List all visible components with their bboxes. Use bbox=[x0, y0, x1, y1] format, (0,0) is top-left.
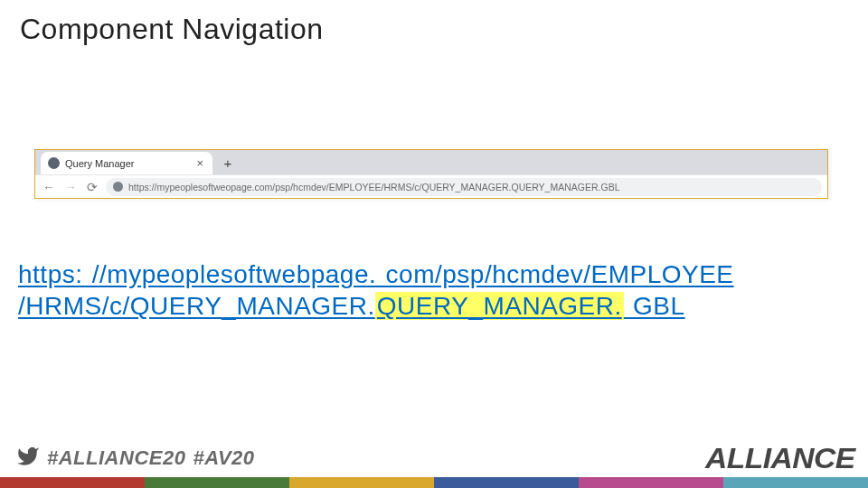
browser-tab[interactable]: Query Manager × bbox=[41, 152, 212, 174]
back-button[interactable]: ← bbox=[41, 179, 57, 195]
tab-close-icon[interactable]: × bbox=[196, 157, 203, 169]
slide-title: Component Navigation bbox=[20, 13, 324, 46]
slide: Component Navigation Query Manager × + ←… bbox=[0, 0, 868, 488]
url-highlighted-segment: QUERY_MANAGER. bbox=[375, 292, 624, 320]
hashtag-av20: #AV20 bbox=[193, 446, 254, 470]
url-line-2-suffix: GBL bbox=[624, 292, 685, 320]
twitter-icon bbox=[16, 445, 40, 472]
tab-title: Query Manager bbox=[65, 158, 134, 169]
site-info-icon bbox=[113, 182, 123, 192]
address-bar-url: https://mypeoplesoftweopage.com/psp/hcmd… bbox=[128, 182, 619, 192]
new-tab-button[interactable]: + bbox=[218, 153, 238, 173]
url-line-1: https: //mypeoplesoftwebpage. com/psp/hc… bbox=[18, 260, 734, 288]
url-breakdown-text: https: //mypeoplesoftwebpage. com/psp/hc… bbox=[18, 258, 850, 322]
address-bar[interactable]: https://mypeoplesoftweopage.com/psp/hcmd… bbox=[106, 178, 822, 196]
hashtag-alliance20: #ALLIANCE20 bbox=[47, 446, 185, 470]
url-link[interactable]: https: //mypeoplesoftwebpage. com/psp/hc… bbox=[18, 260, 734, 320]
footer-hashtags: #ALLIANCE20 #AV20 bbox=[16, 445, 255, 472]
reload-button[interactable]: ⟳ bbox=[84, 179, 100, 195]
browser-screenshot: Query Manager × + ← → ⟳ https://mypeople… bbox=[34, 149, 828, 199]
forward-button[interactable]: → bbox=[62, 179, 79, 195]
globe-icon bbox=[48, 157, 60, 169]
url-line-2-prefix: /HRMS/c/QUERY_MANAGER. bbox=[18, 292, 375, 320]
alliance-logo: ALLIANCE bbox=[705, 442, 855, 475]
slide-footer: #ALLIANCE20 #AV20 ALLIANCE bbox=[0, 437, 868, 488]
browser-toolbar: ← → ⟳ https://mypeoplesoftweopage.com/ps… bbox=[35, 174, 827, 198]
browser-tab-strip: Query Manager × + bbox=[35, 150, 827, 174]
footer-color-bar bbox=[0, 477, 868, 488]
